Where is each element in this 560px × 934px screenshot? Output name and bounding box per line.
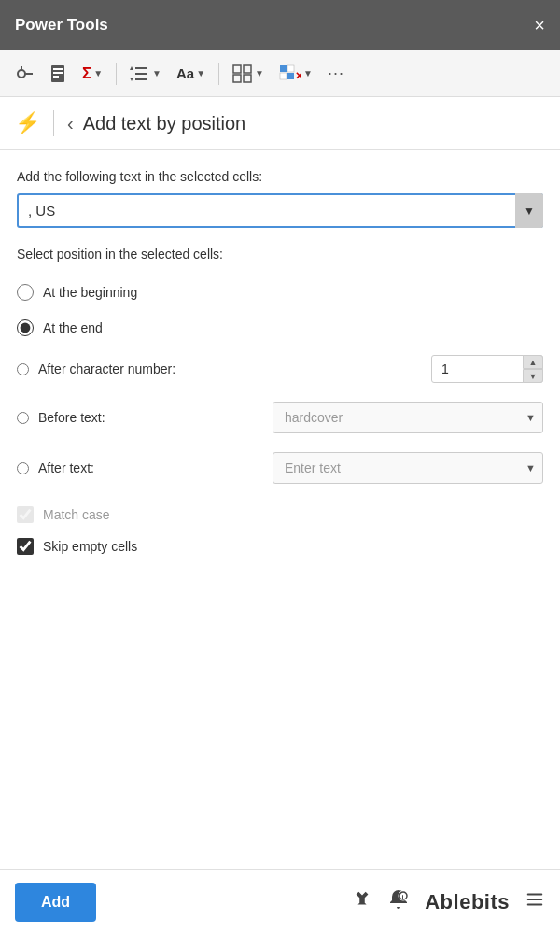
svg-rect-18 (280, 73, 287, 79)
spacing-icon (130, 64, 150, 83)
skip-empty-label: Skip empty cells (43, 539, 137, 554)
toolbar-separator1 (116, 63, 117, 85)
text-input-wrapper: ▼ (17, 193, 543, 228)
hamburger-svg (525, 889, 545, 910)
main-content: Add the following text in the selected c… (0, 150, 560, 581)
svg-point-0 (18, 70, 25, 78)
svg-rect-6 (53, 76, 59, 78)
svg-rect-17 (287, 65, 294, 72)
add-button[interactable]: Add (15, 883, 96, 922)
tool1-icon (15, 64, 34, 83)
spinner-up-button[interactable]: ▲ (523, 355, 543, 369)
bell-icon: i (387, 888, 410, 911)
radio-before-text[interactable] (17, 412, 29, 424)
tool2-icon (49, 64, 67, 83)
radio-beginning-row: At the beginning (17, 275, 543, 310)
grid-icon (232, 64, 253, 83)
sum-dropdown-arrow: ▼ (93, 68, 103, 78)
svg-rect-5 (53, 72, 63, 74)
notification-icon[interactable]: i (387, 888, 410, 916)
toolbar-more-button[interactable]: ··· (322, 60, 350, 87)
radio-character-row: After character number: ▲ ▼ (17, 346, 543, 392)
pin-icon[interactable] (352, 889, 372, 915)
match-case-label: Match case (43, 507, 110, 522)
toolbar-grid-button[interactable]: ▼ (227, 61, 270, 87)
title-bar: Power Tools × (0, 0, 560, 50)
svg-rect-19 (287, 73, 294, 79)
toolbar-sum-button[interactable]: Σ ▼ (77, 61, 108, 87)
character-number-wrapper: ▲ ▼ (431, 355, 543, 383)
svg-rect-24 (527, 893, 543, 895)
svg-marker-11 (130, 78, 133, 81)
skip-empty-checkbox[interactable] (17, 538, 34, 555)
radio-end[interactable] (17, 319, 34, 336)
menu-icon[interactable] (525, 889, 545, 915)
pin-svg (352, 889, 372, 910)
radio-end-row: At the end (17, 310, 543, 346)
toolbar-tool1-button[interactable] (9, 61, 39, 87)
svg-text:i: i (402, 894, 404, 900)
after-text-select-wrapper: Enter text (273, 452, 543, 484)
toolbar: Σ ▼ ▼ Aa ▼ ▼ ✕ (0, 50, 560, 97)
position-radio-group: At the beginning At the end After charac… (17, 275, 543, 493)
position-label: Select position in the selected cells: (17, 247, 543, 262)
spinner-buttons: ▲ ▼ (523, 355, 543, 383)
nav-title: Add text by position (83, 113, 246, 134)
nav-separator (53, 110, 54, 136)
svg-rect-12 (233, 65, 241, 73)
radio-beginning-label: At the beginning (43, 285, 137, 300)
spinner-down-button[interactable]: ▼ (523, 369, 543, 383)
svg-marker-10 (130, 66, 133, 70)
after-text-select[interactable]: Enter text (273, 452, 543, 484)
close-button[interactable]: × (534, 16, 545, 35)
match-case-row: Match case (17, 499, 543, 531)
text-input[interactable] (17, 193, 543, 228)
spacing-dropdown-arrow: ▼ (152, 68, 161, 78)
colored-grid-dropdown-arrow: ▼ (303, 68, 313, 78)
bottom-icons: i Ablebits (352, 888, 545, 916)
more-icon: ··· (328, 64, 344, 83)
lightning-icon: ⚡ (15, 111, 40, 135)
radio-character[interactable] (17, 363, 29, 375)
bottom-bar: Add i Ablebits (0, 869, 560, 934)
toolbar-colored-grid-button[interactable]: ✕ ▼ (273, 61, 318, 87)
font-dropdown-arrow: ▼ (196, 68, 205, 78)
svg-rect-16 (280, 65, 287, 72)
toolbar-spacing-button[interactable]: ▼ (124, 61, 167, 87)
radio-end-label: At the end (43, 320, 103, 335)
grid-dropdown-arrow: ▼ (255, 68, 264, 78)
match-case-checkbox[interactable] (17, 506, 34, 523)
nav-bar: ⚡ ‹ Add text by position (0, 97, 560, 150)
sum-icon: Σ (82, 64, 91, 83)
input-dropdown-arrow-icon: ▼ (524, 205, 535, 218)
back-button[interactable]: ‹ (67, 113, 74, 134)
svg-rect-25 (527, 899, 543, 900)
radio-beginning[interactable] (17, 284, 34, 301)
radio-after-text-row: After text: Enter text (17, 443, 543, 493)
svg-rect-14 (233, 75, 241, 82)
app-title: Power Tools (15, 16, 108, 35)
radio-character-label: After character number: (38, 361, 175, 376)
brand-name: Ablebits (425, 890, 510, 914)
colored-grid-icon: ✕ (279, 64, 301, 83)
svg-text:✕: ✕ (295, 70, 301, 81)
font-icon: Aa (176, 65, 194, 81)
text-input-dropdown-button[interactable]: ▼ (515, 193, 543, 228)
toolbar-tool2-button[interactable] (43, 61, 73, 87)
radio-after-text-label: After text: (38, 460, 94, 475)
toolbar-separator2 (218, 63, 219, 85)
svg-rect-4 (53, 68, 63, 70)
radio-after-text[interactable] (17, 462, 29, 474)
before-text-select[interactable]: hardcover (273, 402, 543, 433)
svg-rect-15 (244, 75, 251, 82)
before-text-select-wrapper: hardcover (273, 402, 543, 433)
skip-empty-row: Skip empty cells (17, 531, 543, 562)
radio-before-text-row: Before text: hardcover (17, 392, 543, 443)
toolbar-font-button[interactable]: Aa ▼ (171, 62, 211, 85)
svg-rect-26 (527, 903, 543, 905)
radio-before-text-label: Before text: (38, 410, 105, 425)
svg-rect-13 (244, 65, 251, 73)
add-text-label: Add the following text in the selected c… (17, 169, 543, 184)
